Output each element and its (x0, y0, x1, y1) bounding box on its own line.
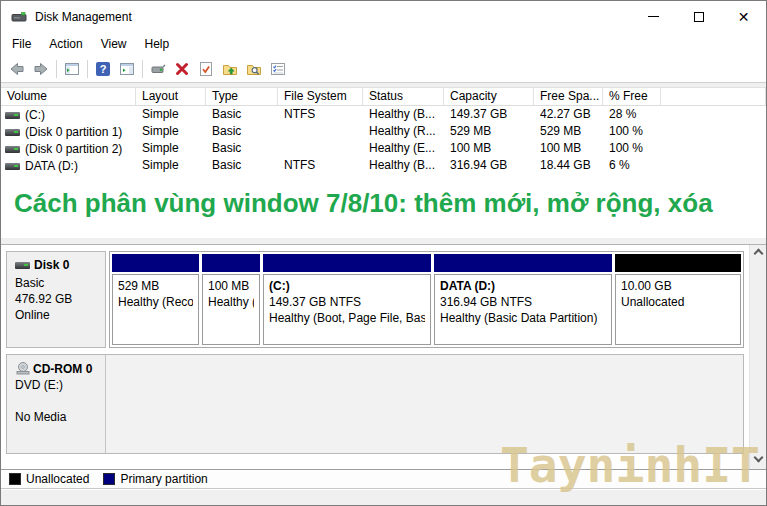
back-button[interactable] (5, 57, 29, 81)
folder-up-button[interactable] (218, 57, 242, 81)
menu-action[interactable]: Action (40, 34, 91, 54)
toolbar-separator (142, 60, 143, 78)
table-row-data-d[interactable]: DATA (D:) Simple Basic NTFS Healthy (B..… (1, 157, 766, 174)
col-file-system[interactable]: File System (278, 88, 363, 105)
col-type[interactable]: Type (206, 88, 278, 105)
volume-icon (5, 129, 20, 136)
menu-bar: File Action View Help (1, 32, 766, 55)
cell-pct: 100 % (603, 140, 661, 157)
tutorial-headline: Cách phân vùng window 7/8/10: thêm mới, … (14, 188, 766, 219)
legend-label: Unallocated (26, 472, 89, 486)
col-pct-free[interactable]: % Free (603, 88, 661, 105)
cell-status: Healthy (R... (363, 123, 444, 140)
scroll-down-icon[interactable] (753, 453, 763, 463)
cell-fs (278, 140, 363, 157)
cell-layout: Simple (136, 157, 206, 174)
partition-c[interactable]: (C:) 149.37 GB NTFS Healthy (Boot, Page … (263, 254, 431, 345)
properties-list-button[interactable] (266, 57, 290, 81)
volume-icon (5, 112, 20, 119)
volume-icon (5, 163, 20, 170)
maximize-button[interactable] (676, 1, 721, 32)
cdrom-empty-area (106, 355, 743, 453)
partition-efi[interactable]: 100 MB Healthy ( (202, 254, 260, 345)
partition-color-band (202, 254, 260, 272)
cell-layout: Simple (136, 106, 206, 123)
scroll-up-icon[interactable] (753, 249, 763, 259)
menu-help[interactable]: Help (136, 34, 179, 54)
volume-icon (5, 146, 20, 153)
disk0-status: Online (15, 307, 101, 323)
help-icon: ? (95, 61, 111, 77)
partition-recovery[interactable]: 529 MB Healthy (Reco (112, 254, 199, 345)
toolbar-separator (87, 60, 88, 78)
forward-button[interactable] (29, 57, 53, 81)
legend-label: Primary partition (120, 472, 207, 486)
legend-primary-partition: Primary partition (103, 472, 207, 486)
col-layout[interactable]: Layout (136, 88, 206, 105)
delete-button[interactable] (170, 57, 194, 81)
pane-splitter[interactable] (1, 238, 766, 245)
table-row-partition1[interactable]: (Disk 0 partition 1) Simple Basic Health… (1, 123, 766, 140)
disk-drive-icon (11, 9, 27, 25)
unallocated-color-band (615, 254, 741, 272)
cdrom-row: CD-ROM 0 DVD (E:) No Media (6, 354, 744, 454)
title-bar: Disk Management ✕ (1, 1, 766, 32)
unallocated-swatch (9, 473, 21, 485)
cell-pct: 6 % (603, 157, 661, 174)
status-bar (1, 489, 766, 505)
col-status[interactable]: Status (363, 88, 444, 105)
headline-area: Cách phân vùng window 7/8/10: thêm mới, … (1, 174, 766, 238)
disk-icon (15, 262, 30, 269)
table-row-c[interactable]: (C:) Simple Basic NTFS Healthy (B... 149… (1, 106, 766, 123)
delete-icon (174, 61, 190, 77)
cell-free: 529 MB (534, 123, 603, 140)
cell-type: Basic (206, 106, 278, 123)
show-action-pane-button[interactable] (115, 57, 139, 81)
cell-status: Healthy (E... (363, 140, 444, 157)
check-document-button[interactable] (194, 57, 218, 81)
minimize-button[interactable] (631, 1, 676, 32)
volume-list-header: Volume Layout Type File System Status Ca… (1, 88, 766, 106)
col-free-space[interactable]: Free Spa... (534, 88, 603, 105)
cell-pct: 28 % (603, 106, 661, 123)
table-row-partition2[interactable]: (Disk 0 partition 2) Simple Basic Health… (1, 140, 766, 157)
partition-data-d[interactable]: DATA (D:) 316.94 GB NTFS Healthy (Basic … (434, 254, 612, 345)
volume-name: (Disk 0 partition 1) (25, 125, 122, 139)
folder-search-button[interactable] (242, 57, 266, 81)
partition-unallocated[interactable]: 10.00 GB Unallocated (615, 254, 741, 345)
show-action-pane-icon (119, 61, 135, 77)
menu-view[interactable]: View (92, 34, 136, 54)
volume-name: (C:) (25, 108, 45, 122)
volume-list: Volume Layout Type File System Status Ca… (1, 88, 766, 174)
cdrom-name: CD-ROM 0 (33, 362, 92, 376)
vertical-scrollbar[interactable] (749, 245, 766, 469)
col-volume[interactable]: Volume (1, 88, 136, 105)
folder-up-icon (222, 61, 238, 77)
cdrom-panel[interactable]: CD-ROM 0 DVD (E:) No Media (7, 355, 106, 453)
cell-fs (278, 123, 363, 140)
menu-file[interactable]: File (3, 34, 40, 54)
cell-fs: NTFS (278, 106, 363, 123)
device-status-icon (150, 61, 166, 77)
disk0-name: Disk 0 (34, 258, 69, 272)
cell-capacity: 149.37 GB (444, 106, 534, 123)
cell-type: Basic (206, 140, 278, 157)
cell-capacity: 100 MB (444, 140, 534, 157)
volume-name: (Disk 0 partition 2) (25, 142, 122, 156)
toolbar: ? (1, 55, 766, 83)
forward-icon (33, 61, 49, 77)
cell-layout: Simple (136, 140, 206, 157)
cell-free: 100 MB (534, 140, 603, 157)
device-status-button[interactable] (146, 57, 170, 81)
close-button[interactable]: ✕ (721, 1, 766, 32)
disk0-panel[interactable]: Disk 0 Basic 476.92 GB Online (6, 251, 106, 348)
minimize-icon (648, 16, 659, 17)
col-capacity[interactable]: Capacity (444, 88, 534, 105)
help-button[interactable]: ? (91, 57, 115, 81)
volume-name: DATA (D:) (25, 159, 78, 173)
show-console-tree-button[interactable] (60, 57, 84, 81)
disk0-row: Disk 0 Basic 476.92 GB Online 529 MB Hea… (6, 251, 744, 348)
close-icon: ✕ (738, 10, 750, 24)
cdrom-drive: DVD (E:) (15, 377, 101, 393)
disk-management-window: Disk Management ✕ File Action View Help (0, 0, 767, 506)
